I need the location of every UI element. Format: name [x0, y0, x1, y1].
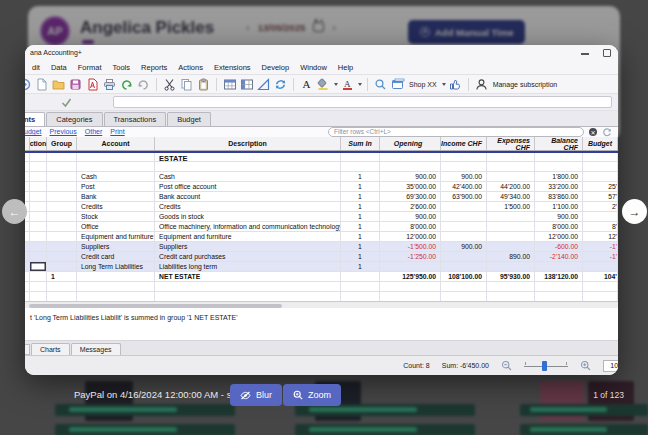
cell-section[interactable] — [30, 212, 47, 221]
window-titlebar[interactable]: ana Accounting+ — [25, 45, 618, 61]
view-link-previous[interactable]: Previous — [50, 128, 77, 135]
cell-income[interactable] — [441, 292, 487, 301]
cell-opening[interactable] — [380, 282, 441, 291]
table-row[interactable]: BankBank account169'300.0063'900.0049'34… — [25, 192, 618, 202]
shop-label[interactable]: Shop XX — [409, 81, 437, 88]
zoom-button[interactable]: Zoom — [283, 384, 341, 406]
cell-section[interactable] — [30, 172, 47, 181]
zoom-in-icon[interactable] — [580, 360, 591, 372]
zoom-out-icon[interactable] — [501, 360, 512, 372]
table-row[interactable]: ESTATE — [25, 151, 618, 162]
col-header-income-chf[interactable]: Income CHF — [441, 137, 487, 150]
cell-opening[interactable]: 125'950.00 — [380, 272, 441, 281]
cell-income[interactable]: 63'900.00 — [441, 192, 487, 201]
table-row[interactable]: CreditsCredits12'600.001'500.001'100.002… — [25, 202, 618, 212]
cell-sum_in[interactable] — [341, 272, 380, 281]
cell-budget[interactable]: 12' — [583, 232, 618, 241]
cell-opening[interactable]: 69'300.00 — [380, 192, 441, 201]
cell-description[interactable]: NET ESTATE — [155, 272, 341, 281]
cell-description[interactable]: Liabilities long term — [155, 262, 341, 271]
cell-group[interactable] — [47, 242, 77, 251]
cell-account[interactable] — [77, 272, 155, 281]
minimize-icon[interactable] — [581, 53, 589, 55]
save-icon[interactable] — [68, 77, 83, 92]
cell-budget[interactable]: -1' — [583, 252, 618, 261]
cell-description[interactable] — [155, 282, 341, 291]
cell-sum_in[interactable]: 1 — [341, 212, 380, 221]
pdf-export-icon[interactable] — [85, 77, 100, 92]
menu-data[interactable]: Data — [46, 63, 72, 72]
cell-description[interactable] — [155, 162, 341, 171]
table-row[interactable]: CashCash1900.00900.001'800.00 — [25, 172, 618, 182]
cell-group[interactable] — [47, 192, 77, 201]
menu-window[interactable]: Window — [295, 63, 332, 72]
cell-expenses[interactable] — [487, 212, 535, 221]
scrollbar-thumb[interactable] — [29, 304, 282, 308]
cell-opening[interactable] — [380, 292, 441, 301]
cell-section[interactable] — [30, 262, 47, 271]
tab-budget[interactable]: Budget — [167, 112, 211, 126]
cell-expenses[interactable] — [487, 242, 535, 251]
cell-income[interactable] — [441, 162, 487, 171]
cell-group[interactable] — [47, 212, 77, 221]
shop-caret-icon[interactable] — [442, 83, 446, 86]
cell-opening[interactable]: 35'000.00 — [380, 182, 441, 191]
col-header-opening[interactable]: Opening — [380, 137, 441, 150]
cell-balance[interactable] — [535, 292, 583, 301]
shop-window-icon[interactable] — [390, 77, 405, 92]
table-row[interactable] — [25, 162, 618, 172]
paste-icon[interactable] — [196, 77, 211, 92]
cell-budget[interactable]: 57' — [583, 192, 618, 201]
tab-transactions[interactable]: Transactions — [104, 112, 167, 126]
cell-sum_in[interactable]: 1 — [341, 262, 380, 271]
table-columns-icon[interactable] — [239, 77, 254, 92]
cell-balance[interactable]: 1'100.00 — [535, 202, 583, 211]
table-icon[interactable] — [222, 77, 237, 92]
user-icon[interactable] — [474, 77, 489, 92]
cell-description[interactable]: ESTATE — [155, 153, 341, 161]
cell-income[interactable]: 42'400.00 — [441, 182, 487, 191]
cell-group[interactable] — [47, 262, 77, 271]
bottom-tab-charts[interactable]: Charts — [31, 343, 70, 355]
cell-expenses[interactable] — [487, 172, 535, 181]
cell-section[interactable] — [30, 242, 47, 251]
cell-group[interactable] — [47, 153, 77, 161]
cell-sum_in[interactable] — [341, 292, 380, 301]
cell-expenses[interactable]: 49'340.00 — [487, 192, 535, 201]
cell-section[interactable] — [30, 153, 47, 161]
menu-format[interactable]: Format — [73, 63, 107, 72]
cell-expenses[interactable] — [487, 232, 535, 241]
maximize-icon[interactable] — [603, 49, 611, 57]
cell-group[interactable] — [47, 282, 77, 291]
cell-budget[interactable] — [583, 162, 618, 171]
cell-income[interactable]: 108'100.00 — [441, 272, 487, 281]
cell-account[interactable]: Suppliers — [77, 242, 155, 251]
cell-account[interactable] — [77, 282, 155, 291]
search-icon[interactable] — [373, 77, 388, 92]
cell-account[interactable] — [77, 292, 155, 301]
cell-income[interactable] — [441, 222, 487, 231]
col-header-ction[interactable]: ction — [30, 137, 47, 150]
cell-sum_in[interactable] — [341, 162, 380, 171]
cell-balance[interactable]: 900.00 — [535, 212, 583, 221]
cell-budget[interactable] — [583, 172, 618, 181]
cell-budget[interactable] — [583, 292, 618, 301]
filter-rows-input[interactable] — [328, 127, 584, 137]
print-icon[interactable] — [102, 77, 117, 92]
cell-sum_in[interactable]: 1 — [341, 222, 380, 231]
cell-expenses[interactable]: 1'500.00 — [487, 202, 535, 211]
cell-account[interactable] — [77, 153, 155, 161]
table-row[interactable]: 1NET ESTATE125'950.00108'100.0095'930.00… — [25, 272, 618, 282]
navigate-icon[interactable] — [25, 77, 32, 92]
cell-section[interactable] — [30, 292, 47, 301]
cell-balance[interactable] — [535, 262, 583, 271]
font-color-icon[interactable]: A — [340, 77, 355, 92]
cell-expenses[interactable] — [487, 292, 535, 301]
col-header-account[interactable]: Account — [77, 137, 155, 150]
cell-balance[interactable]: -600.00 — [535, 242, 583, 251]
cell-section[interactable] — [30, 182, 47, 191]
cell-income[interactable] — [441, 212, 487, 221]
cell-balance[interactable] — [535, 153, 583, 161]
cell-section[interactable] — [30, 252, 47, 261]
cell-sum_in[interactable]: 1 — [341, 242, 380, 251]
